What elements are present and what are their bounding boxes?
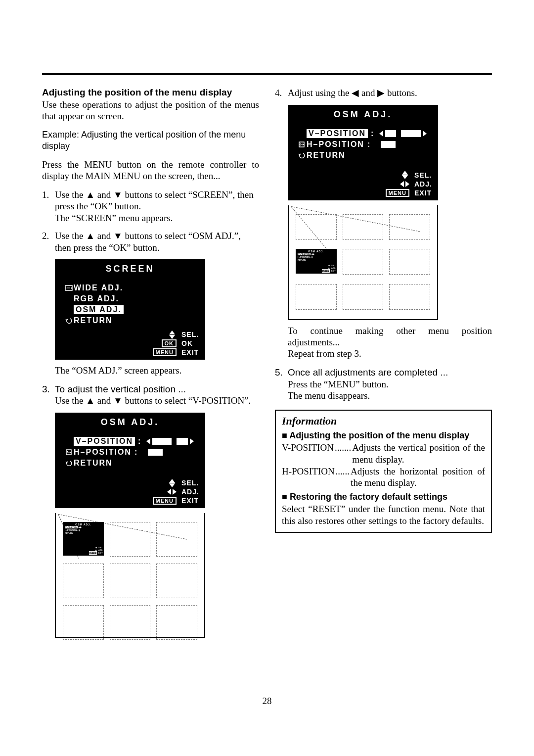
step-text: Use the ▲ and ▼ buttons to select “SCREE…: [55, 189, 254, 212]
step-note: The “SCREEN” menu appears.: [55, 213, 173, 223]
step-number: 2.: [42, 230, 55, 254]
down-icon: ▼: [113, 189, 123, 200]
hpos-icon: [297, 141, 307, 148]
info-subheading: ■ Restoring the factory default settings: [282, 492, 485, 502]
updown-icon: [400, 171, 409, 179]
hpos-slider: [376, 141, 396, 148]
up-icon: ▲: [86, 189, 95, 200]
osd-title: OSM ADJ.: [289, 106, 437, 123]
info-subheading: ■ Adjusting the position of the menu dis…: [282, 430, 485, 441]
mini-osd-preview: OSM ADJ. V–POSITION :◂▮▸ H–POSITION : ▮ …: [296, 249, 337, 274]
down-icon: ▼: [113, 395, 123, 406]
step-text: Use the ▲ and ▼ buttons to select “OSM A…: [55, 231, 241, 253]
menu-item-vposition: V–POSITION :: [297, 128, 437, 139]
screen-osd-figure: SCREEN WIDE ADJ. RGB ADJ. OSM ADJ.: [55, 259, 205, 360]
step-text: Press the “MENU” button.: [288, 379, 389, 389]
vpos-slider: [146, 438, 194, 445]
vpos-slider: [379, 130, 427, 137]
page-number: 28: [0, 696, 534, 707]
leftright-icon: [167, 489, 177, 495]
step-number: 5.: [275, 367, 288, 402]
right-arrow-icon: [423, 131, 427, 137]
screen-grid-figure-right: OSM ADJ. V–POSITION :◂▮▸ H–POSITION : ▮ …: [288, 205, 438, 320]
vpos-icon: [297, 130, 307, 137]
hpos-icon: [64, 449, 74, 456]
menu-item-vposition: V–POSITION :: [64, 436, 204, 447]
information-box: Information ■ Adjusting the position of …: [275, 410, 492, 533]
press-menu-text: Press the MENU button on the remote cont…: [42, 159, 259, 182]
menu-item-hposition: H–POSITION :: [64, 447, 204, 458]
osd-hints: SEL. ADJ. MENUEXIT: [56, 470, 204, 507]
osd-hints: SEL. OKOK MENUEXIT: [56, 327, 204, 359]
left-column: Adjusting the position of the menu displ…: [42, 87, 259, 638]
left-icon: ◀: [352, 88, 359, 98]
osd-title: SCREEN: [56, 260, 204, 278]
info-title: Information: [282, 415, 485, 427]
after-screen-text: The “OSM ADJ.” screen appears.: [55, 365, 259, 376]
osm-osd-figure-left: OSM ADJ. V–POSITION : H–P: [55, 413, 205, 508]
intro-text: Use these operations to adjust the posit…: [42, 99, 259, 122]
menu-item-osm-adj: OSM ADJ.: [64, 304, 204, 315]
step-text: Use the ▲ and ▼ buttons to select “V-POS…: [55, 395, 251, 406]
updown-icon: [168, 479, 177, 487]
left-arrow-icon: [146, 438, 150, 444]
osm-osd-figure-right: OSM ADJ. V–POSITION : H–P: [288, 105, 438, 200]
menu-icon: MENU: [386, 189, 409, 197]
step-number: 4.: [275, 87, 288, 99]
menu-item-wide-adj: WIDE ADJ.: [64, 283, 204, 293]
step-number: 3.: [42, 383, 55, 407]
top-rule: [42, 73, 492, 75]
step-lead: Once all adjustments are completed ...: [288, 367, 492, 378]
step-2: 2. Use the ▲ and ▼ buttons to select “OS…: [42, 230, 259, 254]
after4-a: To continue making other menu position a…: [288, 325, 492, 348]
ok-icon: OK: [162, 339, 177, 347]
mini-osd-preview: OSM ADJ. V–POSITION :◂▮▸ H–POSITION : ▮ …: [63, 522, 104, 556]
icon-wide: [64, 285, 74, 291]
osd-menu-list: V–POSITION : H–POSITION :: [289, 123, 437, 162]
info-row-vposition: V-POSITION ....... Adjusts the vertical …: [282, 442, 485, 466]
down-icon: ▼: [113, 231, 123, 241]
osd-title: OSM ADJ.: [56, 414, 204, 431]
menu-item-rgb-adj: RGB ADJ.: [64, 293, 204, 304]
right-arrow-icon: [190, 438, 194, 444]
menu-item-return: RETURN: [64, 458, 204, 469]
step-text: Adjust using the ◀ and ▶ buttons.: [288, 88, 417, 98]
osd-menu-list: V–POSITION : H–POSITION :: [56, 431, 204, 470]
info-paragraph: Select “RESET” under the function menu. …: [282, 503, 485, 527]
menu-item-return: RETURN: [297, 150, 437, 161]
return-icon: [64, 317, 74, 324]
screen-grid-figure-left: OSM ADJ. V–POSITION :◂▮▸ H–POSITION : ▮ …: [55, 513, 205, 638]
menu-item-return: RETURN: [64, 315, 204, 326]
step-lead: To adjust the vertical position ...: [55, 383, 259, 395]
menu-icon: MENU: [153, 348, 177, 356]
example-text: Example: Adjusting the vertical position…: [42, 129, 259, 152]
updown-icon: [168, 331, 177, 339]
step-4: 4. Adjust using the ◀ and ▶ buttons.: [275, 87, 492, 99]
menu-item-hposition: H–POSITION :: [297, 139, 437, 150]
step-5: 5. Once all adjustments are completed ..…: [275, 367, 492, 402]
step-1: 1. Use the ▲ and ▼ buttons to select “SC…: [42, 189, 259, 224]
vpos-icon: [64, 438, 74, 445]
up-icon: ▲: [86, 395, 95, 406]
step-number: 1.: [42, 189, 55, 224]
up-icon: ▲: [86, 231, 95, 241]
osd-hints: SEL. ADJ. MENUEXIT: [289, 162, 437, 199]
osd-menu-list: WIDE ADJ. RGB ADJ. OSM ADJ. RETURN: [56, 278, 204, 327]
info-row-hposition: H-POSITION ...... Adjusts the horizontal…: [282, 466, 485, 489]
step-3: 3. To adjust the vertical position ... U…: [42, 383, 259, 407]
after4-b: Repeat from step 3.: [288, 348, 492, 359]
return-icon: [64, 460, 74, 467]
menu-icon: MENU: [153, 497, 177, 505]
left-arrow-icon: [379, 131, 383, 137]
right-column: 4. Adjust using the ◀ and ▶ buttons. OSM…: [275, 87, 492, 638]
return-icon: [297, 152, 307, 159]
step-note: The menu disappears.: [288, 390, 370, 401]
section-heading: Adjusting the position of the menu displ…: [42, 87, 259, 98]
leftright-icon: [400, 181, 409, 187]
hpos-slider: [143, 449, 163, 456]
right-icon: ▶: [377, 88, 385, 98]
